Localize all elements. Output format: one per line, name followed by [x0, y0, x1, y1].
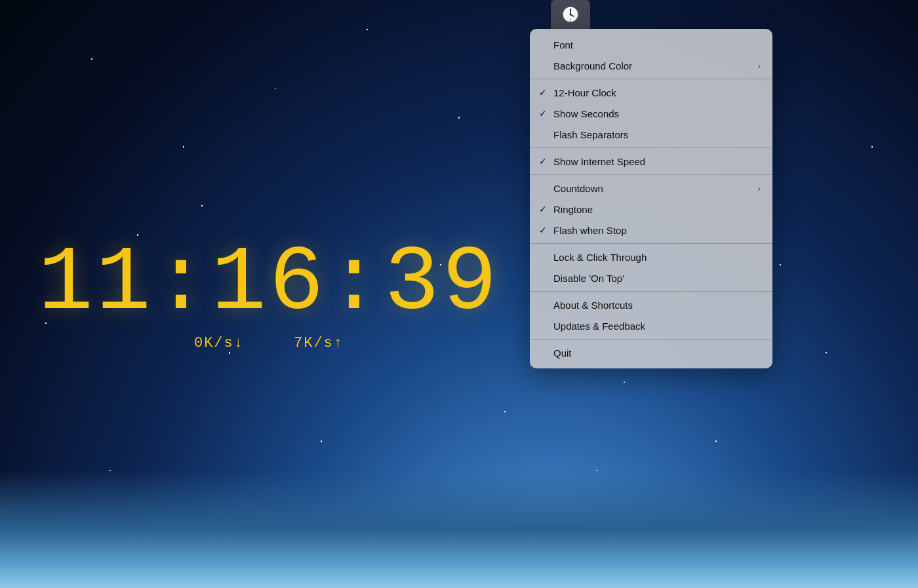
separator-after-flash-when-stop	[530, 243, 772, 244]
arrow-background-color: ›	[758, 61, 761, 71]
svg-text:2: 2	[570, 18, 572, 22]
menu-item-about-shortcuts[interactable]: About & Shortcuts	[530, 294, 772, 315]
check-show-internet-speed: ✓	[539, 156, 553, 167]
speed-down: 0K/s↓	[194, 334, 244, 351]
check-show-seconds: ✓	[539, 108, 553, 119]
menu-item-font[interactable]: Font	[530, 34, 772, 55]
menubar-clock-icon[interactable]: 2	[551, 0, 590, 29]
speed-up: 7K/s↑	[294, 334, 344, 351]
arrow-countdown: ›	[758, 184, 761, 193]
horizon-glow	[0, 470, 918, 588]
menu-item-countdown[interactable]: Countdown›	[530, 178, 772, 199]
label-font: Font	[553, 39, 761, 50]
menu-item-background-color[interactable]: Background Color›	[530, 55, 772, 76]
menu-item-disable-on-top[interactable]: Disable 'On Top'	[530, 267, 772, 288]
menu-item-show-internet-speed[interactable]: ✓Show Internet Speed	[530, 151, 772, 172]
check-ringtone: ✓	[539, 204, 553, 214]
label-12-hour-clock: 12-Hour Clock	[553, 87, 761, 98]
separator-after-show-internet-speed	[530, 174, 772, 175]
menu-item-show-seconds[interactable]: ✓Show Seconds	[530, 103, 772, 124]
label-updates-feedback: Updates & Feedback	[553, 321, 761, 332]
menu-item-lock-click-through[interactable]: Lock & Click Through	[530, 246, 772, 267]
clock-svg-icon: 2	[561, 5, 580, 24]
menu-item-quit[interactable]: Quit	[530, 342, 772, 363]
check-flash-when-stop: ✓	[539, 225, 553, 235]
label-countdown: Countdown	[553, 183, 758, 194]
label-lock-click-through: Lock & Click Through	[553, 252, 761, 263]
menu-item-12-hour-clock[interactable]: ✓12-Hour Clock	[530, 82, 772, 103]
label-show-internet-speed: Show Internet Speed	[553, 156, 761, 167]
clock-speed: 0K/s↓ 7K/s↑	[194, 334, 344, 351]
label-flash-separators: Flash Separators	[553, 129, 761, 140]
clock-area: 11:16:39 0K/s↓ 7K/s↑	[0, 237, 538, 351]
separator-after-flash-separators	[530, 147, 772, 148]
menu-item-flash-when-stop[interactable]: ✓Flash when Stop	[530, 220, 772, 241]
menu-item-updates-feedback[interactable]: Updates & Feedback	[530, 315, 772, 336]
dropdown-menu: FontBackground Color›✓12-Hour Clock✓Show…	[530, 29, 772, 368]
label-show-seconds: Show Seconds	[553, 108, 761, 119]
label-ringtone: Ringtone	[553, 204, 761, 215]
check-12-hour-clock: ✓	[539, 87, 553, 98]
menu-item-flash-separators[interactable]: Flash Separators	[530, 124, 772, 145]
label-disable-on-top: Disable 'On Top'	[553, 273, 761, 284]
label-about-shortcuts: About & Shortcuts	[553, 300, 761, 311]
label-background-color: Background Color	[553, 60, 758, 71]
label-quit: Quit	[553, 347, 761, 359]
separator-after-disable-on-top	[530, 291, 772, 292]
clock-time: 11:16:39	[38, 237, 500, 329]
label-flash-when-stop: Flash when Stop	[553, 225, 761, 236]
separator-after-updates-feedback	[530, 339, 772, 340]
separator-after-background-color	[530, 79, 772, 79]
menu-item-ringtone[interactable]: ✓Ringtone	[530, 199, 772, 220]
